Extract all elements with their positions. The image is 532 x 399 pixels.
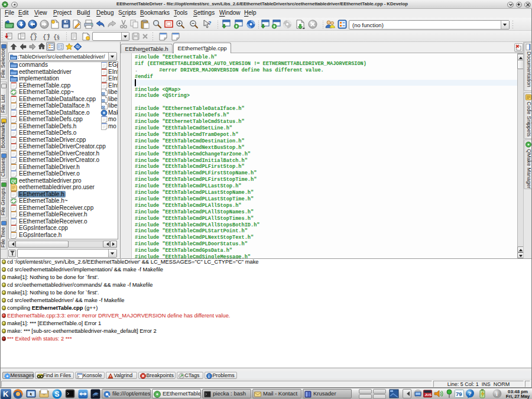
svg-text:79: 79 <box>456 391 462 397</box>
svg-text:Qt: Qt <box>11 179 16 184</box>
svg-text:{}: {} <box>30 34 37 41</box>
svg-text:S: S <box>55 390 60 398</box>
svg-text:K: K <box>3 390 9 398</box>
svg-text:?: ? <box>468 391 472 397</box>
svg-text:?: ? <box>208 20 212 26</box>
svg-text:i: i <box>496 391 498 397</box>
svg-text:§: § <box>57 34 60 40</box>
svg-text:JUS: JUS <box>425 393 432 397</box>
svg-text:i: i <box>208 374 209 379</box>
